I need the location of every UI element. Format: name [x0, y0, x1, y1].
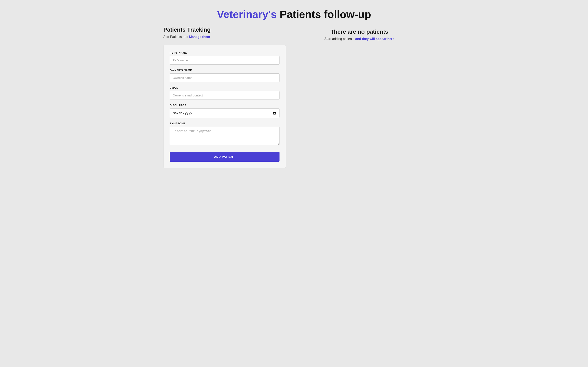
- right-heading: There are no patients: [294, 29, 425, 35]
- appear-here-link[interactable]: and they will appear here: [355, 37, 394, 41]
- discharge-input[interactable]: [170, 108, 279, 118]
- pet-name-group: PET'S NAME: [170, 51, 279, 65]
- pet-name-input[interactable]: [170, 56, 279, 65]
- owner-name-input[interactable]: [170, 73, 279, 82]
- title-rest: Patients follow-up: [277, 8, 371, 20]
- discharge-label: DISCHARGE: [170, 104, 279, 107]
- patient-form-card: PET'S NAME OWNER'S NAME EMAIL DISCHARGE …: [163, 45, 286, 168]
- symptoms-label: SYMPTOMS: [170, 122, 279, 125]
- right-subtext-plain: Start adding patients: [324, 37, 355, 41]
- manage-them-link[interactable]: Manage them: [189, 35, 210, 39]
- left-subtext-plain: Add Patients and: [163, 35, 189, 39]
- symptoms-textarea[interactable]: [170, 127, 279, 145]
- email-input[interactable]: [170, 91, 279, 100]
- left-subtext: Add Patients and Manage them: [163, 35, 286, 39]
- right-panel: There are no patients Start adding patie…: [294, 26, 425, 168]
- page-header: Veterinary's Patients follow-up: [0, 0, 588, 26]
- left-panel: Patients Tracking Add Patients and Manag…: [163, 26, 286, 168]
- left-heading: Patients Tracking: [163, 26, 286, 33]
- email-group: EMAIL: [170, 86, 279, 100]
- owner-name-label: OWNER'S NAME: [170, 69, 279, 72]
- owner-name-group: OWNER'S NAME: [170, 69, 279, 82]
- main-content: Patients Tracking Add Patients and Manag…: [151, 26, 437, 168]
- title-highlight: Veterinary's: [217, 8, 277, 20]
- add-patient-button[interactable]: ADD PATIENT: [170, 152, 279, 162]
- discharge-group: DISCHARGE: [170, 104, 279, 118]
- right-subtext: Start adding patients and they will appe…: [294, 37, 425, 41]
- pet-name-label: PET'S NAME: [170, 51, 279, 54]
- email-label: EMAIL: [170, 86, 279, 89]
- symptoms-group: SYMPTOMS: [170, 122, 279, 146]
- page-title: Veterinary's Patients follow-up: [4, 8, 584, 20]
